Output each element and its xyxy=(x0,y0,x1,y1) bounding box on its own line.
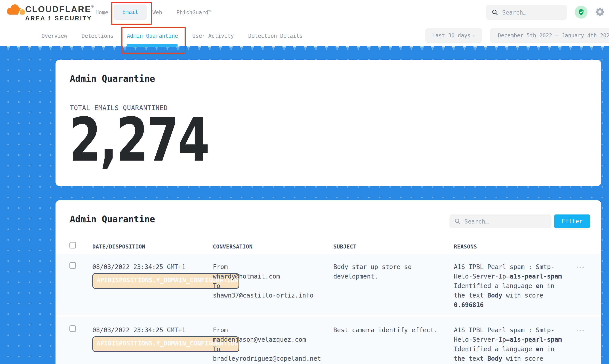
tab-detection-details[interactable]: Detection Details xyxy=(248,33,303,39)
column-header-conversation: CONVERSATION xyxy=(213,244,252,250)
from-label: From xyxy=(213,262,313,272)
row-date: 08/03/2022 23:34:25 GMT+1 xyxy=(92,325,186,335)
row-reasons: A1S IPBL Pearl spam : Smtp-Helo-Server-I… xyxy=(454,325,566,364)
to-label: To xyxy=(213,281,313,291)
from-address: whardy@hotmail.com xyxy=(213,272,313,281)
tab-overview[interactable]: Overview xyxy=(41,33,67,39)
row-reasons: A1S IPBL Pearl spam : Smtp-Helo-Server-I… xyxy=(454,262,566,310)
nav-item-home[interactable]: Home xyxy=(95,9,108,16)
brand-block: CLOUDFLARE® AREA 1 SECURITY xyxy=(25,5,94,21)
row-menu-ellipsis-icon[interactable] xyxy=(577,328,585,332)
row-checkbox[interactable] xyxy=(69,262,76,269)
caret-down-icon: ▾ xyxy=(473,34,475,38)
time-range-label: Last 30 days xyxy=(432,32,470,39)
table-search-input[interactable] xyxy=(464,214,547,229)
top-header: CLOUDFLARE® AREA 1 SECURITY Home Email W… xyxy=(0,0,609,46)
select-all-checkbox[interactable] xyxy=(69,242,76,248)
tab-detections[interactable]: Detections xyxy=(81,33,114,39)
dotted-divider xyxy=(0,46,609,48)
filter-button[interactable]: Filter xyxy=(554,214,590,228)
table-card-title: Admin Quarantine xyxy=(70,214,155,224)
nav-item-web[interactable]: Web xyxy=(152,9,162,16)
column-header-date: DATE/DISPOSITION xyxy=(92,244,145,250)
row-subject: Best camera identify effect. xyxy=(333,325,444,335)
column-header-subject: SUBJECT xyxy=(333,244,357,250)
row-date: 08/03/2022 23:34:25 GMT+1 xyxy=(92,262,186,272)
brand-subtitle: AREA 1 SECURITY xyxy=(25,15,94,21)
row-conversation: From whardy@hotmail.com To shawn37@casti… xyxy=(213,262,313,300)
gear-icon[interactable] xyxy=(595,7,605,17)
summary-card: Admin Quarantine TOTAL EMAILS QUARANTINE… xyxy=(55,60,601,186)
active-tab-underline xyxy=(127,44,177,47)
date-range-button[interactable]: December 5th 2022 — January 4th 2023 xyxy=(490,28,609,43)
tab-user-activity[interactable]: User Activity xyxy=(192,33,234,39)
column-header-reasons: REASONS xyxy=(454,244,477,250)
quarantine-table-card: Admin Quarantine Filter DATE/DISPOSITION… xyxy=(55,200,601,364)
summary-card-title: Admin Quarantine xyxy=(70,74,155,84)
time-range-dropdown[interactable]: Last 30 days▾ xyxy=(425,28,482,43)
row-subject: Body star up store so development. xyxy=(333,262,444,281)
tab-admin-quarantine[interactable]: Admin Quarantine xyxy=(127,33,178,39)
shield-check-icon xyxy=(577,8,585,16)
table-row: 08/03/2022 23:34:25 GMT+1 APIDISPOSITION… xyxy=(55,317,601,364)
total-quarantined-value: 2,274 xyxy=(69,110,209,170)
row-conversation: From maddenjason@velazquez.com To bradle… xyxy=(213,325,321,363)
table-body: 08/03/2022 23:34:25 GMT+1 APIDISPOSITION… xyxy=(55,254,601,364)
table-search[interactable] xyxy=(449,214,552,228)
row-menu-ellipsis-icon[interactable] xyxy=(577,265,585,269)
brand-trademark: ® xyxy=(91,5,94,8)
to-address: shawn37@castillo-ortiz.info xyxy=(213,291,313,300)
account-status-badge[interactable] xyxy=(575,6,588,19)
to-label: To xyxy=(213,344,321,354)
global-search[interactable] xyxy=(486,5,567,20)
to-address: bradleyrodriguez@copeland.net xyxy=(213,354,321,363)
search-icon xyxy=(492,9,498,16)
row-checkbox[interactable] xyxy=(69,325,76,332)
nav-item-phishguard[interactable]: PhishGuard™ xyxy=(176,9,212,16)
table-row: 08/03/2022 23:34:25 GMT+1 APIDISPOSITION… xyxy=(55,254,601,315)
from-label: From xyxy=(213,325,321,335)
cloudflare-cloud-icon xyxy=(4,3,26,18)
nav-item-email[interactable]: Email xyxy=(114,4,147,20)
brand-name: CLOUDFLARE xyxy=(25,4,91,14)
global-search-input[interactable] xyxy=(502,5,562,20)
search-icon xyxy=(454,218,461,225)
from-address: maddenjason@velazquez.com xyxy=(213,335,321,344)
